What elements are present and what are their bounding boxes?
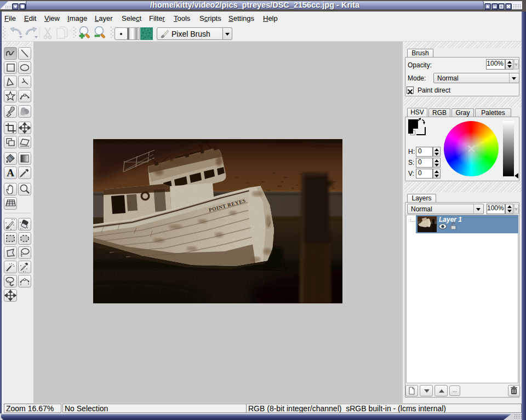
svg-text:A: A (7, 167, 14, 179)
